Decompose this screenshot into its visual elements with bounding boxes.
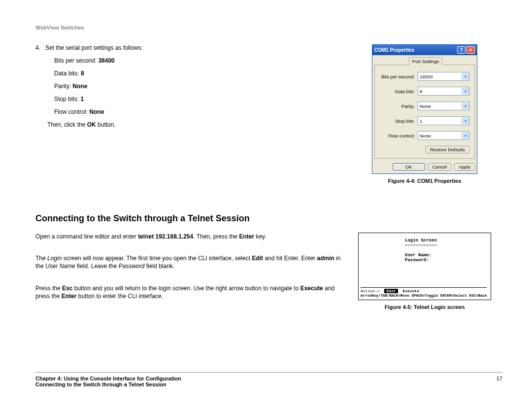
terminal-password-label: Password: <box>405 258 487 263</box>
terminal-username-label: User Name: <box>405 253 487 258</box>
stopbits-label: Stop bits: <box>54 96 80 103</box>
apply-button[interactable]: Apply <box>454 163 475 171</box>
doc-running-header: WebView Switches <box>35 25 502 31</box>
terminal-edit-option: Edit <box>384 289 398 293</box>
stopbits-combo-value: 1 <box>420 118 422 124</box>
footer-section: Connecting to the Switch through a Telne… <box>35 381 181 387</box>
figure-4-5-caption: Figure 4-5: Telnet Login screen <box>356 304 494 310</box>
chevron-down-icon: ▼ <box>462 103 469 109</box>
terminal-action-label: Action-> <box>361 289 379 293</box>
terminal-hint-line: ArrowKey/TAB/BACK=Move SPACE=Toggle ENTE… <box>361 294 487 298</box>
bps-combo[interactable]: 19200▼ <box>418 72 469 81</box>
chevron-down-icon: ▼ <box>462 88 469 95</box>
ok-button[interactable]: OK <box>393 163 425 171</box>
then-post: button. <box>96 121 116 128</box>
field-label-bps: Bits per second: <box>381 74 415 79</box>
terminal-title: Login Screen <box>405 238 437 243</box>
databits-combo[interactable]: 8▼ <box>418 87 469 96</box>
paragraph-3: Press the Esc button and you will return… <box>35 284 341 300</box>
main-text-column: 4. Set the serial port settings as follo… <box>35 44 341 134</box>
cancel-button[interactable]: Cancel <box>428 163 452 171</box>
stopbits-combo[interactable]: 1▼ <box>418 116 469 125</box>
then-bold: OK <box>87 121 96 128</box>
parity-label: Parity: <box>54 83 72 90</box>
footer-chapter: Chapter 4: Using the Console Interface f… <box>35 376 181 381</box>
databits-value: 8 <box>81 70 84 77</box>
close-icon[interactable]: × <box>466 46 475 54</box>
bps-combo-value: 19200 <box>420 74 432 79</box>
field-label-flow: Flow control: <box>388 133 415 138</box>
field-label-databits: Data bits: <box>395 89 415 94</box>
flow-combo-value: None <box>420 133 431 138</box>
bps-label: Bits per second: <box>54 57 98 64</box>
databits-label: Data bits: <box>54 70 81 77</box>
then-pre: Then, click the <box>47 121 87 128</box>
flow-label: Flow control: <box>54 108 89 115</box>
port-settings-tab[interactable]: Port Settings <box>409 57 442 65</box>
bps-value: 38400 <box>98 57 114 64</box>
field-label-stopbits: Stop bits: <box>395 118 415 124</box>
paragraph-2: The Login screen will now appear. The fi… <box>35 254 341 270</box>
telnet-login-terminal: Login Screen ============ User Name: Pas… <box>358 233 491 300</box>
stopbits-value: 1 <box>80 96 84 103</box>
parity-combo-value: None <box>420 103 431 109</box>
section-heading: Connecting to the Switch through a Telne… <box>35 213 502 224</box>
page-footer: Chapter 4: Using the Console Interface f… <box>35 372 502 387</box>
restore-defaults-button[interactable]: Restore Defaults <box>426 146 469 153</box>
parity-combo[interactable]: None▼ <box>418 102 469 110</box>
terminal-execute-option: Execute <box>403 289 420 293</box>
com1-properties-dialog: COM1 Properties ? × Port Settings Bits p… <box>372 44 477 174</box>
figure-4-4-caption: Figure 4-4: COM1 Properties <box>356 178 494 184</box>
step-number: 4. <box>35 44 42 51</box>
databits-combo-value: 8 <box>420 89 422 94</box>
page-number: 17 <box>497 376 502 387</box>
chevron-down-icon: ▼ <box>462 132 469 139</box>
chevron-down-icon: ▼ <box>462 73 469 80</box>
flow-value: None <box>89 108 104 115</box>
dialog-title: COM1 Properties <box>374 47 414 53</box>
parity-value: None <box>72 83 87 90</box>
field-label-parity: Parity: <box>401 103 415 109</box>
flow-combo[interactable]: None▼ <box>418 131 469 140</box>
terminal-underline: ============ <box>405 243 487 248</box>
step-text: Set the serial port settings as follows: <box>45 44 143 51</box>
chevron-down-icon: ▼ <box>462 117 469 124</box>
paragraph-1: Open a command line editor and enter tel… <box>35 233 341 240</box>
help-icon[interactable]: ? <box>457 46 466 54</box>
